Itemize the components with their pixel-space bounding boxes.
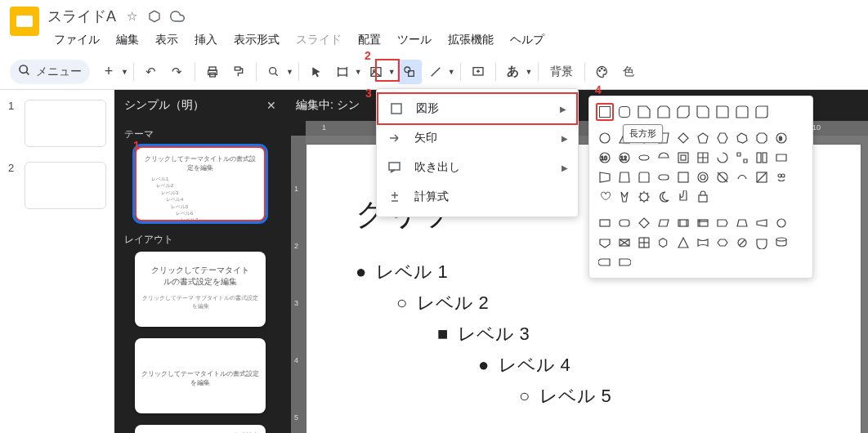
- image-dropdown[interactable]: ▼: [388, 68, 396, 76]
- paint-format-button[interactable]: [226, 60, 251, 84]
- layout-card[interactable]: クリックしてテーマタイトルの書式設定を編集: [135, 425, 266, 433]
- shape-cell[interactable]: [714, 149, 732, 167]
- shape-cell[interactable]: [714, 168, 732, 186]
- shape-submenu-equation[interactable]: 計算式: [377, 182, 578, 212]
- shape-cell[interactable]: [674, 168, 692, 186]
- shape-cell[interactable]: [733, 129, 751, 147]
- slide-thumb-row[interactable]: 1: [8, 100, 106, 147]
- shape-cell[interactable]: [674, 214, 692, 232]
- zoom-button[interactable]: [262, 60, 286, 84]
- layout-card[interactable]: クリックしてテーマタイトルの書式設定を編集 クリックしてテーマ サブタイトルの書…: [135, 252, 266, 327]
- shape-cell[interactable]: [615, 188, 633, 206]
- shape-cell[interactable]: [694, 129, 712, 147]
- shape-snip-corner[interactable]: [635, 103, 653, 121]
- print-button[interactable]: [200, 60, 225, 84]
- shape-snip-round[interactable]: [694, 103, 712, 121]
- shape-cell[interactable]: 12: [615, 149, 633, 167]
- shape-cell[interactable]: [753, 168, 771, 186]
- shape-cell[interactable]: [596, 168, 614, 186]
- shape-cell[interactable]: [733, 214, 751, 232]
- shape-cell[interactable]: [596, 253, 614, 271]
- menu-format[interactable]: 表示形式: [227, 29, 286, 51]
- close-icon[interactable]: ✕: [266, 99, 276, 112]
- input-button[interactable]: あ: [501, 60, 526, 84]
- line-dropdown[interactable]: ▼: [448, 68, 455, 76]
- slide-thumbnail[interactable]: [25, 100, 106, 147]
- shape-cell[interactable]: [655, 149, 673, 167]
- shape-cell[interactable]: [714, 214, 732, 232]
- shape-cell[interactable]: [714, 234, 732, 252]
- menu-insert[interactable]: 挿入: [188, 29, 224, 51]
- shape-cell[interactable]: [733, 168, 751, 186]
- shape-cell[interactable]: [615, 214, 633, 232]
- menu-help[interactable]: ヘルプ: [503, 29, 551, 51]
- shape-cell[interactable]: [772, 234, 790, 252]
- shape-cell[interactable]: [694, 234, 712, 252]
- cloud-icon[interactable]: [170, 9, 185, 24]
- menu-view[interactable]: 表示: [149, 29, 185, 51]
- shape-cell[interactable]: [635, 149, 653, 167]
- list-item[interactable]: ○レベル 2: [396, 291, 828, 315]
- shape-cell[interactable]: 9: [772, 129, 790, 147]
- color-button[interactable]: 色: [616, 60, 641, 84]
- shape-cell[interactable]: [655, 234, 673, 252]
- menu-tools[interactable]: ツール: [391, 29, 438, 51]
- shape-round-two-diag[interactable]: [753, 103, 771, 121]
- shape-cell[interactable]: [655, 168, 673, 186]
- shape-rounded-rect[interactable]: [615, 103, 633, 121]
- shape-cell[interactable]: [694, 149, 712, 167]
- textbox-dropdown[interactable]: ▼: [355, 68, 362, 76]
- menu-edit[interactable]: 編集: [110, 29, 145, 51]
- zoom-dropdown[interactable]: ▼: [286, 68, 293, 76]
- shape-cell[interactable]: [772, 214, 790, 232]
- star-icon[interactable]: ☆: [124, 9, 139, 24]
- menu-slide[interactable]: スライド: [289, 29, 348, 51]
- shape-snip-two[interactable]: [655, 103, 673, 121]
- textbox-button[interactable]: [330, 60, 355, 84]
- image-button[interactable]: [364, 60, 388, 84]
- shape-submenu-shapes[interactable]: 図形 ▶: [377, 92, 578, 125]
- toolbar-search[interactable]: メニュー: [10, 60, 90, 84]
- menu-file[interactable]: ファイル: [47, 29, 106, 51]
- shape-submenu-callouts[interactable]: 吹き出し ▶: [377, 153, 578, 182]
- shape-cell[interactable]: [635, 234, 653, 252]
- shape-cell[interactable]: [772, 149, 790, 167]
- shape-cell[interactable]: [733, 149, 751, 167]
- shape-cell[interactable]: [674, 234, 692, 252]
- shape-rectangle[interactable]: [596, 103, 614, 121]
- shape-cell[interactable]: 10: [596, 149, 614, 167]
- theme-card-selected[interactable]: クリックしてテーマタイトルの書式設定を編集 レベル1 レベル2 レベル3 レベル…: [135, 146, 266, 221]
- shape-button[interactable]: [397, 60, 422, 84]
- shape-cell[interactable]: [694, 188, 712, 206]
- background-button[interactable]: 背景: [544, 60, 579, 84]
- shape-round-two-same[interactable]: [733, 103, 751, 121]
- shape-cell[interactable]: [635, 214, 653, 232]
- move-icon[interactable]: [147, 9, 162, 24]
- new-slide-button[interactable]: +: [96, 60, 121, 84]
- shape-cell[interactable]: [596, 234, 614, 252]
- slide-thumb-row[interactable]: 2: [8, 162, 106, 209]
- shape-cell[interactable]: [694, 168, 712, 186]
- menu-extensions[interactable]: 拡張機能: [441, 29, 500, 51]
- list-item[interactable]: ○レベル 5: [519, 384, 828, 408]
- shape-cell[interactable]: [635, 168, 653, 186]
- list-item[interactable]: ■レベル 3: [437, 322, 828, 346]
- shape-cell[interactable]: [674, 149, 692, 167]
- shape-cell[interactable]: [674, 188, 692, 206]
- undo-button[interactable]: ↶: [139, 60, 163, 84]
- app-logo[interactable]: [10, 7, 39, 36]
- shape-snip-diag[interactable]: [674, 103, 692, 121]
- shape-cell[interactable]: [655, 188, 673, 206]
- select-tool[interactable]: [304, 60, 329, 84]
- shape-cell[interactable]: [753, 234, 771, 252]
- shape-cell[interactable]: [655, 214, 673, 232]
- comment-button[interactable]: [466, 60, 490, 84]
- shape-cell[interactable]: [635, 188, 653, 206]
- shape-cell[interactable]: [772, 168, 790, 186]
- menu-arrange[interactable]: 配置: [351, 29, 387, 51]
- input-dropdown[interactable]: ▼: [526, 68, 533, 76]
- shape-cell[interactable]: [733, 234, 751, 252]
- shape-cell[interactable]: [674, 129, 692, 147]
- shape-cell[interactable]: [596, 214, 614, 232]
- line-button[interactable]: [423, 60, 448, 84]
